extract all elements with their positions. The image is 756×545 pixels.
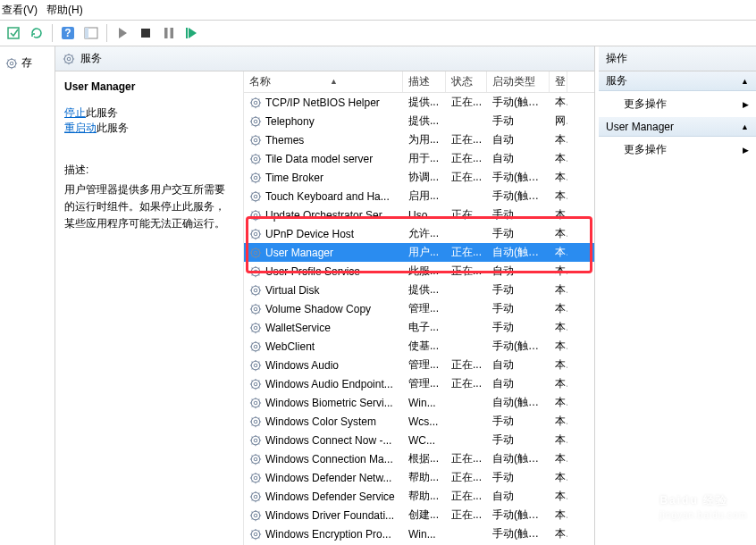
gear-icon (249, 247, 262, 259)
col-startup[interactable]: 启动类型 (487, 71, 550, 92)
sort-ascending-icon: ▲ (330, 77, 338, 86)
gear-icon (249, 134, 262, 147)
table-row[interactable]: Windows Driver Foundati...创建...正在...手动(触… (244, 506, 594, 524)
col-status[interactable]: 状态 (446, 71, 487, 92)
gear-icon (249, 340, 262, 353)
stop-link[interactable]: 停止 (64, 106, 86, 119)
table-row[interactable]: UPnP Device Host允许...手动本 (244, 224, 594, 243)
gear-icon (249, 265, 262, 278)
gear-icon (249, 472, 262, 484)
gear-icon (249, 303, 262, 315)
toolbar-refresh-icon[interactable] (27, 23, 46, 43)
left-tree: 存 (0, 46, 55, 545)
table-row[interactable]: Themes为用...正在...自动本 (244, 130, 594, 149)
table-row[interactable]: WebClient使基...手动(触发...本 (244, 337, 594, 356)
toolbar-export-icon[interactable] (4, 23, 23, 43)
table-row[interactable]: Windows Encryption Pro...Win...手动(触发...本 (244, 524, 594, 543)
table-row[interactable]: Update Orchestrator Ser...Uso...正在...手动本 (244, 205, 594, 224)
table-row[interactable]: Time Broker协调...正在...手动(触发...本 (244, 168, 594, 187)
col-description[interactable]: 描述 (403, 71, 446, 92)
table-row[interactable]: Windows Color SystemWcs...手动本 (244, 412, 594, 431)
table-row[interactable]: Windows Biometric Servi...Win...自动(触发...… (244, 393, 594, 412)
table-row[interactable]: Tile Data model server用于...正在...自动本 (244, 149, 594, 168)
detail-panel: User Manager 停止此服务 重启动此服务 描述: 用户管理器提供多用户… (55, 71, 243, 545)
actions-pane: 操作 服务▲ 更多操作▶ User Manager▲ 更多操作▶ (595, 46, 756, 545)
toolbar-help-icon[interactable]: ? (58, 23, 78, 43)
gear-icon (249, 228, 262, 240)
tree-item-services[interactable]: 存 (5, 55, 49, 71)
collapse-icon: ▲ (741, 77, 749, 86)
description-text: 用户管理器提供多用户交互所需要的运行时组件。如果停止此服务，某些应用程序可能无法… (64, 181, 234, 233)
gear-icon (249, 115, 262, 128)
pane-header: 服务 (55, 46, 594, 71)
gear-icon (249, 453, 262, 465)
menu-view[interactable]: 查看(V) (2, 3, 38, 18)
submenu-icon: ▶ (743, 100, 749, 109)
table-row[interactable]: User Profile Service此服...正在...自动本 (244, 262, 594, 281)
restart-service-line: 重启动此服务 (64, 121, 234, 136)
actions-more-1[interactable]: 更多操作▶ (599, 91, 756, 117)
list-body[interactable]: TCP/IP NetBIOS Helper提供...正在...手动(触发...本… (244, 93, 594, 545)
gear-icon (249, 96, 262, 109)
table-row[interactable]: Windows Audio Endpoint...管理...正在...自动本 (244, 374, 594, 393)
gear-icon (249, 359, 262, 372)
gear-icon (249, 284, 262, 297)
toolbar-stop-icon[interactable] (136, 23, 155, 43)
toolbar-restart-icon[interactable] (182, 23, 202, 43)
services-list: 名称▲ 描述 状态 启动类型 登 TCP/IP NetBIOS Helper提供… (243, 71, 594, 545)
gear-icon (249, 397, 262, 409)
gear-icon (249, 322, 262, 334)
pane-title: 服务 (80, 51, 102, 66)
gear-icon (249, 172, 262, 184)
table-row[interactable]: Telephony提供...手动网 (244, 112, 594, 130)
toolbar-show-hide-icon[interactable] (81, 23, 101, 43)
selected-service-name: User Manager (64, 80, 234, 93)
table-row[interactable]: Windows Connection Ma...根据...正在...自动(触发.… (244, 449, 594, 468)
table-row[interactable]: TCP/IP NetBIOS Helper提供...正在...手动(触发...本 (244, 93, 594, 112)
gear-icon (63, 53, 75, 65)
svg-rect-6 (85, 28, 88, 38)
gear-icon (249, 528, 262, 541)
gear-icon (249, 378, 262, 390)
gear-icon (249, 434, 262, 447)
col-name[interactable]: 名称▲ (244, 71, 403, 92)
center-pane: 服务 User Manager 停止此服务 重启动此服务 描述: 用户管理器提供… (55, 46, 595, 545)
gear-icon (5, 57, 18, 70)
tree-item-label: 存 (21, 55, 32, 71)
svg-rect-7 (141, 29, 150, 38)
gear-icon (249, 415, 262, 428)
restart-suffix: 此服务 (97, 122, 129, 134)
svg-rect-10 (186, 28, 188, 38)
gear-icon (249, 190, 262, 203)
list-header: 名称▲ 描述 状态 启动类型 登 (244, 71, 594, 93)
table-row[interactable]: Windows Defender Service帮助...正在...自动本 (244, 487, 594, 506)
table-row[interactable]: Windows Defender Netw...帮助...正在...手动本 (244, 468, 594, 487)
menubar: 查看(V) 帮助(H) (0, 0, 756, 20)
menu-help[interactable]: 帮助(H) (46, 3, 83, 18)
table-row[interactable]: Windows Audio管理...正在...自动本 (244, 356, 594, 374)
svg-rect-8 (164, 28, 168, 38)
table-row[interactable]: User Manager用户...正在...自动(触发...本 (244, 243, 594, 262)
restart-link[interactable]: 重启动 (64, 122, 97, 134)
actions-section-selected[interactable]: User Manager▲ (599, 117, 756, 137)
stop-service-line: 停止此服务 (64, 105, 234, 121)
table-row[interactable]: Touch Keyboard and Ha...启用...手动(触发...本 (244, 187, 594, 205)
table-row[interactable]: WalletService电子...手动本 (244, 318, 594, 337)
collapse-icon: ▲ (741, 122, 749, 131)
table-row[interactable]: Volume Shadow Copy管理...手动本 (244, 299, 594, 318)
gear-icon (249, 490, 262, 503)
actions-section-services[interactable]: 服务▲ (599, 71, 756, 91)
gear-icon (249, 209, 262, 222)
description-label: 描述: (64, 163, 234, 178)
toolbar-pause-icon[interactable] (159, 23, 179, 43)
svg-text:?: ? (64, 27, 71, 39)
svg-rect-2 (8, 28, 19, 38)
toolbar: ? (0, 20, 756, 46)
table-row[interactable]: Virtual Disk提供...手动本 (244, 281, 594, 299)
table-row[interactable]: Windows Connect Now -...WC...手动本 (244, 431, 594, 449)
toolbar-play-icon[interactable] (113, 23, 132, 43)
gear-icon (249, 509, 262, 522)
col-logon[interactable]: 登 (550, 71, 567, 92)
stop-suffix: 此服务 (86, 106, 118, 119)
actions-more-2[interactable]: 更多操作▶ (599, 137, 756, 163)
